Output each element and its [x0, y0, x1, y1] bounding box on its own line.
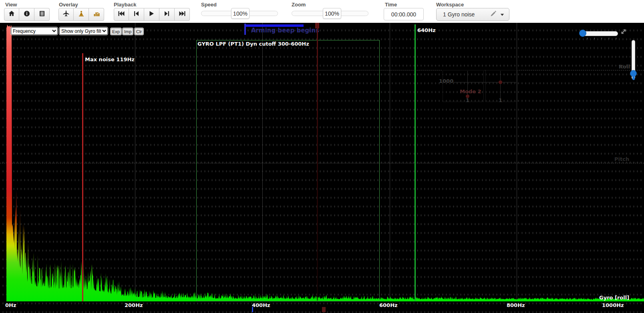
skip-to-end-icon [179, 11, 185, 18]
workspace-value: 1 Gyro noise [443, 11, 490, 18]
blackbox-explorer-app: View Overlay Playback [0, 0, 644, 313]
zoom-slider-handle[interactable]: 100% [323, 8, 341, 19]
slider-tick [594, 38, 595, 39]
time-input[interactable] [384, 8, 424, 20]
prev-frame-button[interactable] [129, 8, 144, 21]
view-button-group [4, 8, 50, 21]
filter-display-select[interactable]: Show only Gyro filters [59, 27, 108, 35]
throttle-value-label: 1000 [439, 78, 453, 84]
seek-event-marker [252, 307, 253, 312]
view-group-label: View [5, 2, 17, 8]
export-button[interactable]: Exp [111, 28, 121, 35]
skip-to-start-button[interactable] [114, 8, 129, 21]
playback-cursor-line [317, 23, 318, 301]
speed-label: Speed [201, 2, 217, 8]
log-viewer-button[interactable] [34, 8, 50, 21]
playback-button-group [114, 8, 190, 21]
frequency-graph: Roll Pitch 1000 Mode 2 1 1 GYRO LPF (PT1… [0, 23, 644, 313]
overlay-button-group [58, 8, 104, 21]
time-label: Time [385, 2, 397, 8]
slider-tick [616, 38, 616, 39]
info-icon [24, 10, 30, 18]
workspace-label: Workspace [436, 2, 464, 8]
expand-graph-icon[interactable] [620, 28, 627, 37]
max-noise-line [82, 53, 83, 301]
clear-button[interactable]: Clr [135, 28, 143, 35]
cutoff-640hz-label: 640Hz [417, 27, 436, 33]
axis-tick-0hz: 0Hz [5, 302, 16, 308]
graph-height-slider-handle[interactable] [579, 30, 586, 37]
analyser-overlay-button[interactable] [89, 8, 104, 21]
sticks-overlay-button[interactable] [74, 8, 89, 21]
skip-to-start-icon [118, 11, 125, 18]
skip-to-end-button[interactable] [175, 8, 190, 21]
slider-tick [609, 38, 609, 39]
max-noise-label: Max noise 119Hz [85, 56, 135, 62]
log-info-button[interactable] [19, 8, 34, 21]
stick-crosshair-h [454, 82, 516, 82]
sticks-icon [78, 10, 85, 18]
home-button[interactable] [4, 8, 19, 21]
slider-tick [587, 38, 588, 39]
arming-event-label: Arming beep begins [251, 27, 319, 34]
axis-tick-1000hz: 1000Hz [602, 302, 624, 308]
pencil-icon[interactable] [490, 11, 496, 18]
left-stick-value: 1 [466, 97, 469, 103]
zoom-label: Zoom [292, 2, 306, 8]
right-stick-value: 1 [499, 97, 502, 103]
axis-tick-800hz: 800Hz [507, 302, 525, 308]
graph-scale-slider-stem [632, 76, 635, 80]
workspace-dropdown[interactable]: 1 Gyro noise [436, 8, 509, 21]
play-icon [149, 11, 154, 18]
playback-group-label: Playback [114, 2, 136, 8]
log-list-icon [39, 10, 45, 18]
seek-cursor-marker [322, 307, 326, 312]
gyro-lpf-range-box [196, 40, 380, 301]
overlay-group-label: Overlay [59, 2, 78, 8]
toolbar: View Overlay Playback [0, 0, 644, 23]
home-icon [8, 10, 15, 18]
hidden-pitch-label: Pitch [614, 156, 629, 162]
chevron-down-icon [500, 11, 504, 18]
analyser-bars-icon [93, 10, 100, 18]
stick-mode-label: Mode 2 [460, 88, 481, 94]
left-stick-box [443, 70, 484, 102]
craft-plane-icon [63, 10, 69, 18]
hidden-roll-label: Roll [619, 64, 630, 70]
spectrum-view-select[interactable]: Frequency [11, 27, 58, 35]
right-stick-crosshair-v [500, 71, 501, 101]
cutoff-640hz-line [415, 24, 416, 301]
gyro-lpf-label: GYRO LPF (PT1) Dyn cutoff 300-600Hz [197, 41, 309, 47]
import-button[interactable]: Imp [123, 28, 133, 35]
axis-tick-600hz: 600Hz [379, 302, 398, 308]
play-button[interactable] [144, 8, 159, 21]
axis-tick-200hz: 200Hz [125, 302, 143, 308]
slider-tick [602, 38, 602, 39]
right-stick-dot [499, 80, 502, 84]
axis-tick-400hz: 400Hz [252, 302, 270, 308]
prev-frame-icon [134, 11, 139, 18]
trace-name-label: Gyro [roll] [599, 295, 629, 301]
next-frame-button[interactable] [159, 8, 175, 21]
next-frame-icon [164, 11, 169, 18]
speed-slider-handle[interactable]: 100% [231, 8, 250, 19]
craft-overlay-button[interactable] [58, 8, 74, 21]
